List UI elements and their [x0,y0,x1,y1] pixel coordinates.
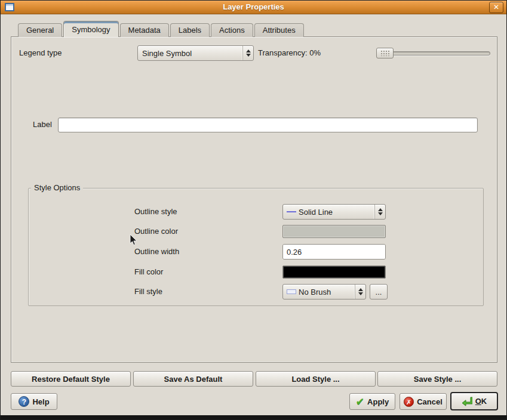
fill-style-browse-button[interactable]: ... [370,284,388,299]
tab-label: Metadata [128,26,161,35]
close-button[interactable]: ✕ [489,2,503,13]
chevron-updown-icon [242,46,253,60]
transparency-label: Transparency: 0% [258,48,321,57]
ok-button[interactable]: OK [450,392,498,410]
close-icon: ✕ [493,3,499,11]
tab-general[interactable]: General [18,23,62,37]
tab-attributes[interactable]: Attributes [254,23,304,37]
chevron-updown-icon [374,205,385,219]
cancel-button-label: Cancel [417,397,443,406]
outline-style-value: Solid Line [296,208,374,217]
apply-button-label: Apply [367,397,389,406]
outline-style-label: Outline style [134,207,177,216]
no-brush-icon [287,289,296,294]
tab-label: Symbology [72,25,110,34]
fill-style-value: No Brush [296,288,355,297]
browse-button-label: ... [376,288,382,297]
tab-label: Attributes [263,26,296,35]
titlebar[interactable]: Layer Properties ✕ [1,1,506,14]
outline-color-label: Outline color [134,227,178,236]
ok-button-label: OK [475,397,487,406]
button-label: Restore Default Style [32,375,110,384]
tab-actions[interactable]: Actions [211,23,253,37]
tab-label: Labels [179,26,201,35]
outline-style-combobox[interactable]: Solid Line [282,204,386,220]
label-field-label: Label [33,120,52,129]
style-options-group: Style Options Outline style Solid Line O… [28,188,484,306]
transparency-slider-handle[interactable] [376,48,394,58]
symbology-panel: Legend type Single Symbol Transparency: … [11,36,497,363]
restore-default-style-button[interactable]: Restore Default Style [11,371,131,387]
legend-type-label: Legend type [19,48,62,57]
load-style-button[interactable]: Load Style ... [256,371,376,387]
outline-color-button[interactable] [282,225,386,238]
tab-bar: General Symbology Metadata Labels Action… [18,21,305,37]
cancel-icon: ✗ [404,397,414,407]
chevron-updown-icon [355,285,365,299]
cancel-button[interactable]: ✗ Cancel [400,393,447,410]
layer-properties-dialog: Layer Properties ✕ General Symbology Met… [0,0,507,420]
fill-style-label: Fill style [134,287,162,296]
fill-color-button[interactable] [282,265,386,279]
tab-label: Actions [219,26,245,35]
save-as-default-button[interactable]: Save As Default [133,371,253,387]
legend-type-value: Single Symbol [138,49,242,58]
tab-metadata[interactable]: Metadata [120,23,169,37]
tab-label: General [26,26,54,35]
grip-dots-icon [380,50,389,56]
solid-line-icon [287,211,296,212]
label-input[interactable] [58,118,478,132]
window-title: Layer Properties [1,2,506,11]
button-label: Load Style ... [291,375,339,384]
tab-symbology[interactable]: Symbology [63,21,118,37]
apply-check-icon: ✔ [356,396,364,408]
fill-style-combobox[interactable]: No Brush [282,284,366,299]
tab-labels[interactable]: Labels [170,23,210,37]
window-bottom-edge [1,415,506,419]
help-icon: ? [19,396,29,407]
legend-type-combobox[interactable]: Single Symbol [137,45,254,61]
fill-color-label: Fill color [134,267,163,276]
button-label: Save Style ... [414,375,462,384]
outline-width-spinbox [282,244,386,260]
apply-button[interactable]: ✔ Apply [349,393,395,410]
help-button-label: Help [32,397,49,406]
save-style-button[interactable]: Save Style ... [377,371,497,387]
outline-width-input[interactable] [283,245,386,259]
ok-enter-arrow-icon [462,397,472,406]
help-button[interactable]: ? Help [11,393,57,410]
style-options-title: Style Options [31,183,83,192]
button-label: Save As Default [164,375,223,384]
outline-width-label: Outline width [134,247,179,256]
